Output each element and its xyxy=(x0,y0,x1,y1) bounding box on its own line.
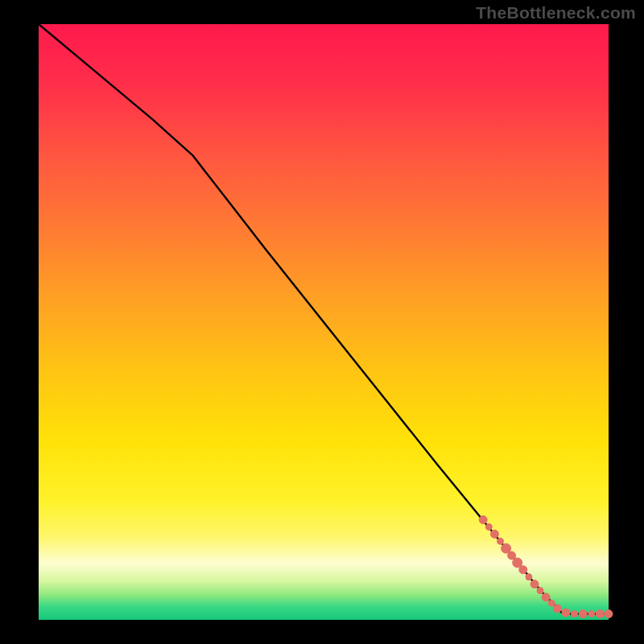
data-point xyxy=(490,530,498,538)
data-point xyxy=(596,610,604,618)
data-point xyxy=(553,605,561,613)
data-point xyxy=(537,588,543,594)
data-point xyxy=(497,538,504,544)
data-point xyxy=(588,611,595,617)
data-point xyxy=(485,524,492,530)
data-point xyxy=(605,610,613,618)
data-point xyxy=(479,516,487,524)
data-point xyxy=(519,566,527,574)
data-point xyxy=(579,610,587,618)
data-point xyxy=(572,611,578,617)
data-point xyxy=(548,600,555,606)
data-point xyxy=(530,580,539,588)
bottleneck-chart xyxy=(0,0,644,644)
watermark-text: TheBottleneck.com xyxy=(476,3,636,23)
data-point xyxy=(542,593,550,601)
data-point xyxy=(526,574,532,580)
chart-container: TheBottleneck.com xyxy=(0,0,644,644)
data-point xyxy=(562,609,570,617)
